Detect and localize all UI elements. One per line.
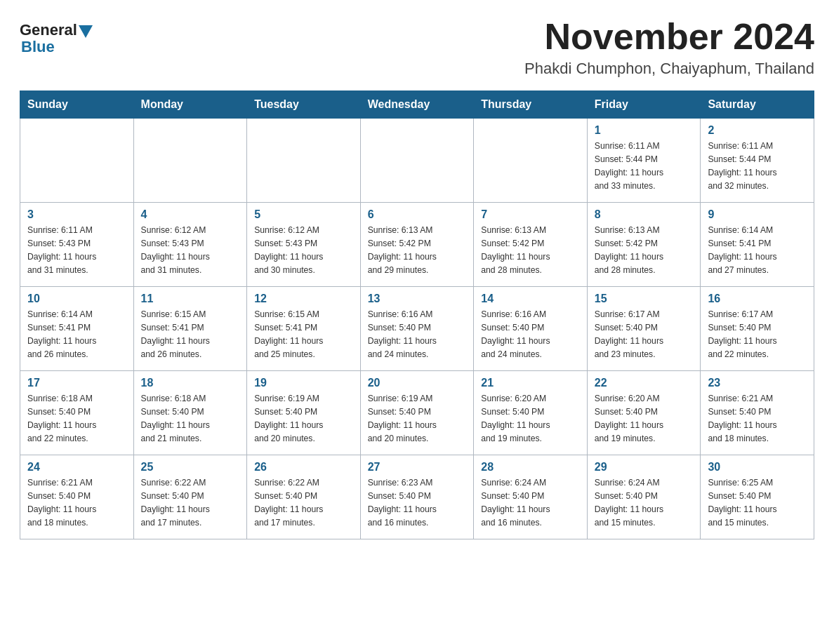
day-info: Sunrise: 6:17 AM Sunset: 5:40 PM Dayligh… [595,308,694,361]
calendar-cell: 13Sunrise: 6:16 AM Sunset: 5:40 PM Dayli… [360,287,474,371]
day-number: 1 [595,124,694,137]
day-number: 20 [368,377,467,389]
day-number: 26 [254,461,353,474]
day-info: Sunrise: 6:11 AM Sunset: 5:43 PM Dayligh… [27,224,126,277]
calendar-cell: 23Sunrise: 6:21 AM Sunset: 5:40 PM Dayli… [701,371,814,455]
day-info: Sunrise: 6:12 AM Sunset: 5:43 PM Dayligh… [141,224,240,277]
calendar-cell: 10Sunrise: 6:14 AM Sunset: 5:41 PM Dayli… [20,287,134,371]
calendar-table: SundayMondayTuesdayWednesdayThursdayFrid… [20,90,814,539]
day-number: 3 [27,208,126,221]
weekday-header-monday: Monday [133,91,247,119]
day-number: 30 [708,461,807,474]
calendar-week-row: 1Sunrise: 6:11 AM Sunset: 5:44 PM Daylig… [20,119,814,203]
calendar-week-row: 24Sunrise: 6:21 AM Sunset: 5:40 PM Dayli… [20,455,814,539]
day-number: 29 [595,461,694,474]
day-info: Sunrise: 6:14 AM Sunset: 5:41 PM Dayligh… [27,308,126,361]
day-info: Sunrise: 6:16 AM Sunset: 5:40 PM Dayligh… [368,308,467,361]
day-number: 15 [595,293,694,305]
day-info: Sunrise: 6:24 AM Sunset: 5:40 PM Dayligh… [481,476,580,530]
day-number: 8 [595,208,694,221]
calendar-cell [474,119,588,203]
logo-general-text: General [20,21,77,39]
page-header: General Blue November 2024 Phakdi Chumph… [20,17,814,78]
calendar-cell: 19Sunrise: 6:19 AM Sunset: 5:40 PM Dayli… [247,371,361,455]
calendar-week-row: 17Sunrise: 6:18 AM Sunset: 5:40 PM Dayli… [20,371,814,455]
day-info: Sunrise: 6:21 AM Sunset: 5:40 PM Dayligh… [27,476,126,530]
day-number: 12 [254,293,353,305]
weekday-header-tuesday: Tuesday [247,91,361,119]
day-number: 6 [368,208,467,221]
calendar-cell [360,119,474,203]
day-info: Sunrise: 6:23 AM Sunset: 5:40 PM Dayligh… [368,476,467,530]
day-info: Sunrise: 6:13 AM Sunset: 5:42 PM Dayligh… [481,224,580,277]
day-info: Sunrise: 6:16 AM Sunset: 5:40 PM Dayligh… [481,308,580,361]
calendar-cell [20,119,134,203]
calendar-cell: 8Sunrise: 6:13 AM Sunset: 5:42 PM Daylig… [587,203,701,287]
day-info: Sunrise: 6:20 AM Sunset: 5:40 PM Dayligh… [595,392,694,445]
day-number: 21 [481,377,580,389]
calendar-cell: 4Sunrise: 6:12 AM Sunset: 5:43 PM Daylig… [133,203,247,287]
calendar-cell: 14Sunrise: 6:16 AM Sunset: 5:40 PM Dayli… [474,287,588,371]
location-title: Phakdi Chumphon, Chaiyaphum, Thailand [524,60,814,78]
day-number: 14 [481,293,580,305]
day-info: Sunrise: 6:22 AM Sunset: 5:40 PM Dayligh… [254,476,353,530]
day-info: Sunrise: 6:17 AM Sunset: 5:40 PM Dayligh… [708,308,807,361]
day-number: 27 [368,461,467,474]
day-number: 18 [141,377,240,389]
logo-arrow-icon [79,25,93,38]
day-number: 17 [27,377,126,389]
calendar-cell [247,119,361,203]
calendar-cell: 17Sunrise: 6:18 AM Sunset: 5:40 PM Dayli… [20,371,134,455]
day-number: 13 [368,293,467,305]
day-info: Sunrise: 6:15 AM Sunset: 5:41 PM Dayligh… [254,308,353,361]
calendar-cell: 5Sunrise: 6:12 AM Sunset: 5:43 PM Daylig… [247,203,361,287]
day-number: 25 [141,461,240,474]
day-info: Sunrise: 6:22 AM Sunset: 5:40 PM Dayligh… [141,476,240,530]
day-number: 23 [708,377,807,389]
calendar-cell: 16Sunrise: 6:17 AM Sunset: 5:40 PM Dayli… [701,287,814,371]
weekday-header-thursday: Thursday [474,91,588,119]
day-info: Sunrise: 6:12 AM Sunset: 5:43 PM Dayligh… [254,224,353,277]
calendar-cell: 20Sunrise: 6:19 AM Sunset: 5:40 PM Dayli… [360,371,474,455]
weekday-header-sunday: Sunday [20,91,134,119]
calendar-cell: 18Sunrise: 6:18 AM Sunset: 5:40 PM Dayli… [133,371,247,455]
day-number: 11 [141,293,240,305]
day-info: Sunrise: 6:24 AM Sunset: 5:40 PM Dayligh… [595,476,694,530]
calendar-cell: 2Sunrise: 6:11 AM Sunset: 5:44 PM Daylig… [701,119,814,203]
calendar-cell: 9Sunrise: 6:14 AM Sunset: 5:41 PM Daylig… [701,203,814,287]
day-number: 22 [595,377,694,389]
day-info: Sunrise: 6:14 AM Sunset: 5:41 PM Dayligh… [708,224,807,277]
calendar-cell: 26Sunrise: 6:22 AM Sunset: 5:40 PM Dayli… [247,455,361,539]
weekday-header-wednesday: Wednesday [360,91,474,119]
day-number: 9 [708,208,807,221]
day-info: Sunrise: 6:19 AM Sunset: 5:40 PM Dayligh… [368,392,467,445]
calendar-week-row: 10Sunrise: 6:14 AM Sunset: 5:41 PM Dayli… [20,287,814,371]
day-info: Sunrise: 6:11 AM Sunset: 5:44 PM Dayligh… [708,140,807,193]
calendar-cell: 7Sunrise: 6:13 AM Sunset: 5:42 PM Daylig… [474,203,588,287]
day-number: 2 [708,124,807,137]
calendar-cell: 3Sunrise: 6:11 AM Sunset: 5:43 PM Daylig… [20,203,134,287]
weekday-header-saturday: Saturday [701,91,814,119]
calendar-cell: 6Sunrise: 6:13 AM Sunset: 5:42 PM Daylig… [360,203,474,287]
title-block: November 2024 Phakdi Chumphon, Chaiyaphu… [524,17,814,78]
day-info: Sunrise: 6:18 AM Sunset: 5:40 PM Dayligh… [27,392,126,445]
day-number: 4 [141,208,240,221]
logo: General Blue [20,21,93,56]
calendar-cell: 27Sunrise: 6:23 AM Sunset: 5:40 PM Dayli… [360,455,474,539]
calendar-week-row: 3Sunrise: 6:11 AM Sunset: 5:43 PM Daylig… [20,203,814,287]
day-number: 10 [27,293,126,305]
day-number: 19 [254,377,353,389]
month-title: November 2024 [524,17,814,57]
calendar-cell: 28Sunrise: 6:24 AM Sunset: 5:40 PM Dayli… [474,455,588,539]
calendar-cell: 15Sunrise: 6:17 AM Sunset: 5:40 PM Dayli… [587,287,701,371]
logo-blue-text: Blue [20,38,55,56]
calendar-cell: 30Sunrise: 6:25 AM Sunset: 5:40 PM Dayli… [701,455,814,539]
weekday-header-row: SundayMondayTuesdayWednesdayThursdayFrid… [20,91,814,119]
day-number: 16 [708,293,807,305]
day-info: Sunrise: 6:15 AM Sunset: 5:41 PM Dayligh… [141,308,240,361]
day-info: Sunrise: 6:25 AM Sunset: 5:40 PM Dayligh… [708,476,807,530]
calendar-cell: 24Sunrise: 6:21 AM Sunset: 5:40 PM Dayli… [20,455,134,539]
calendar-cell: 29Sunrise: 6:24 AM Sunset: 5:40 PM Dayli… [587,455,701,539]
calendar-cell: 22Sunrise: 6:20 AM Sunset: 5:40 PM Dayli… [587,371,701,455]
day-number: 24 [27,461,126,474]
